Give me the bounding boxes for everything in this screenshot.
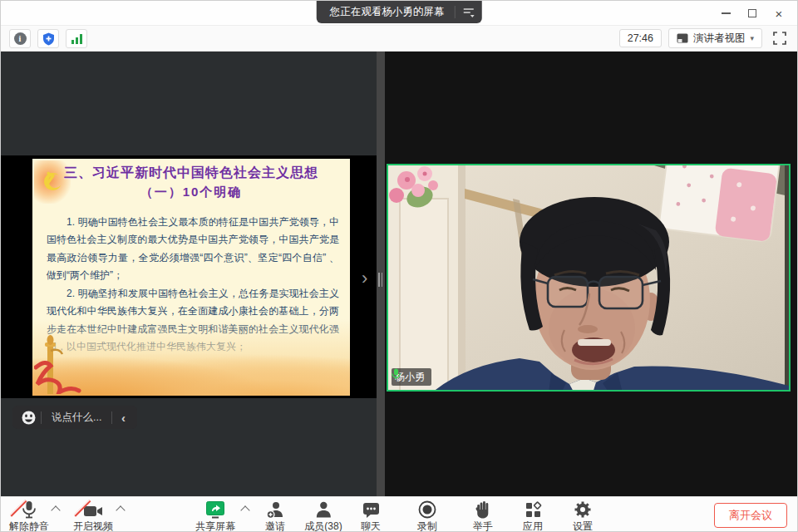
record-icon: [418, 500, 436, 519]
apps-label: 应用: [523, 520, 543, 532]
chat-icon: [362, 501, 380, 519]
record-label: 录制: [417, 520, 437, 532]
speaker-video-tile[interactable]: 杨小勇: [387, 164, 791, 392]
invite-label: 邀请: [265, 520, 285, 532]
emoji-button[interactable]: [16, 411, 41, 425]
raise-hand-icon: [475, 500, 490, 519]
unmute-button[interactable]: 解除静音: [9, 500, 49, 532]
quick-chat-bar[interactable]: 说点什么... ‹: [12, 406, 137, 429]
window-controls: ×: [712, 1, 792, 26]
members-icon: [315, 501, 332, 519]
close-icon: ×: [776, 7, 783, 20]
main-area: 三、习近平新时代中国特色社会主义思想 （一）10个明确 1. 明确中国特色社会主…: [1, 52, 797, 496]
bottom-toolbar: 解除静音 开启视频 共享屏幕 邀请: [1, 496, 797, 532]
share-screen-label: 共享屏幕: [195, 520, 235, 532]
members-label: 成员(38): [304, 520, 342, 532]
maximize-button[interactable]: [739, 1, 766, 26]
view-mode-label: 演讲者视图: [693, 32, 746, 46]
speaker-name-tag: 杨小勇: [392, 368, 431, 386]
share-options-chevron-icon[interactable]: [242, 505, 249, 513]
share-screen-button[interactable]: 共享屏幕: [195, 500, 235, 532]
expand-panel-icon[interactable]: ›: [362, 269, 367, 288]
slide-paragraph-1: 1. 明确中国特色社会主义最本质的特征是中国共产党领导，中国特色社会主义制度的最…: [47, 214, 339, 285]
fullscreen-icon: [773, 32, 786, 45]
share-screen-icon: [205, 500, 225, 519]
camera-muted-icon: [83, 504, 103, 519]
invite-button[interactable]: 邀请: [265, 500, 285, 532]
network-status-button[interactable]: [66, 29, 87, 48]
raise-hand-button[interactable]: 举手: [473, 500, 493, 532]
members-button[interactable]: 成员(38): [304, 500, 342, 532]
chevron-down-icon: ▾: [750, 34, 754, 42]
slide-column-art: [34, 334, 84, 394]
shared-screen-panel: 三、习近平新时代中国特色社会主义思想 （一）10个明确 1. 明确中国特色社会主…: [1, 52, 377, 496]
info-bar-right: 27:46 演讲者视图 ▾: [619, 28, 791, 48]
resize-grip-icon: [378, 273, 382, 287]
raise-hand-label: 举手: [473, 520, 493, 532]
network-signal-icon: [71, 34, 82, 44]
invite-icon: [266, 501, 284, 519]
minimize-icon: [722, 12, 731, 14]
fullscreen-button[interactable]: [769, 28, 791, 48]
info-bar-left: i: [9, 29, 87, 48]
maximize-icon: [748, 9, 756, 17]
close-button[interactable]: ×: [766, 1, 792, 26]
minimize-button[interactable]: [712, 1, 739, 26]
shield-plus-icon: [42, 32, 55, 46]
chat-button[interactable]: 聊天: [361, 500, 381, 532]
settings-gear-icon: [574, 500, 592, 519]
start-video-label: 开启视频: [73, 520, 113, 532]
security-button[interactable]: [37, 29, 59, 48]
leave-meeting-button[interactable]: 离开会议: [714, 503, 787, 528]
start-video-button[interactable]: 开启视频: [73, 500, 113, 532]
collapse-chat-icon[interactable]: ‹: [112, 411, 134, 425]
meeting-info-button[interactable]: i: [9, 29, 31, 48]
unmute-label: 解除静音: [9, 520, 49, 532]
watching-banner[interactable]: 您正在观看杨小勇的屏幕: [317, 1, 482, 23]
chat-input-prompt[interactable]: 说点什么...: [42, 411, 111, 425]
mic-options-chevron-icon[interactable]: [52, 505, 60, 513]
speaker-view-icon: [677, 33, 688, 43]
video-panel: 杨小勇: [385, 52, 797, 496]
info-icon: i: [14, 32, 27, 45]
slide-title: 三、习近平新时代中国特色社会主义思想: [32, 165, 350, 182]
titlebar: 您正在观看杨小勇的屏幕 ×: [1, 1, 797, 26]
mic-active-icon: [392, 368, 401, 380]
apps-icon: [525, 501, 542, 519]
panel-resize-handle[interactable]: [377, 52, 385, 496]
settings-label: 设置: [573, 520, 593, 532]
chat-label: 聊天: [361, 520, 381, 532]
view-mode-dropdown[interactable]: 演讲者视图 ▾: [668, 28, 762, 48]
meeting-timer: 27:46: [619, 29, 662, 47]
settings-button[interactable]: 设置: [573, 500, 593, 532]
presentation-slide: 三、习近平新时代中国特色社会主义思想 （一）10个明确 1. 明确中国特色社会主…: [32, 159, 350, 396]
video-options-chevron-icon[interactable]: [117, 505, 125, 513]
apps-button[interactable]: 应用: [523, 500, 543, 532]
slide-subtitle: （一）10个明确: [32, 185, 350, 200]
speaker-video-feed: [388, 165, 791, 392]
meeting-info-bar: i 27:46 演讲者视图 ▾: [1, 26, 797, 52]
watching-title: 您正在观看杨小勇的屏幕: [317, 5, 455, 19]
emoji-icon: [22, 411, 36, 425]
meeting-window: 您正在观看杨小勇的屏幕 × i 27:46 演讲者视图: [0, 0, 798, 532]
screen-list-icon[interactable]: [455, 7, 481, 17]
record-button[interactable]: 录制: [417, 500, 437, 532]
